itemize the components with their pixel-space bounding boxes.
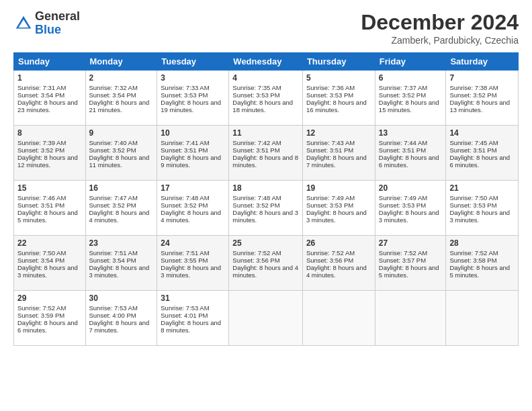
- table-row: 9 Sunrise: 7:40 AM Sunset: 3:52 PM Dayli…: [85, 126, 157, 181]
- logo-blue: Blue: [35, 24, 80, 37]
- col-tuesday: Tuesday: [157, 53, 229, 71]
- table-row: 23 Sunrise: 7:51 AM Sunset: 3:54 PM Dayl…: [85, 236, 157, 291]
- col-friday: Friday: [375, 53, 446, 71]
- table-row: 22 Sunrise: 7:50 AM Sunset: 3:54 PM Dayl…: [14, 236, 86, 291]
- table-row: 15 Sunrise: 7:46 AM Sunset: 3:51 PM Dayl…: [14, 181, 86, 236]
- table-row: 11 Sunrise: 7:42 AM Sunset: 3:51 PM Dayl…: [229, 126, 303, 181]
- logo: General Blue: [13, 10, 80, 37]
- table-row: 28 Sunrise: 7:52 AM Sunset: 3:58 PM Dayl…: [446, 236, 519, 291]
- table-row: 31 Sunrise: 7:53 AM Sunset: 4:01 PM Dayl…: [157, 291, 229, 346]
- title-block: December 2024 Zamberk, Pardubicky, Czech…: [361, 10, 519, 46]
- calendar-week: 22 Sunrise: 7:50 AM Sunset: 3:54 PM Dayl…: [14, 236, 519, 291]
- location: Zamberk, Pardubicky, Czechia: [361, 35, 519, 46]
- table-row: 14 Sunrise: 7:45 AM Sunset: 3:51 PM Dayl…: [446, 126, 519, 181]
- table-row: 29 Sunrise: 7:52 AM Sunset: 3:59 PM Dayl…: [14, 291, 86, 346]
- col-sunday: Sunday: [14, 53, 86, 71]
- header: General Blue December 2024 Zamberk, Pard…: [13, 10, 519, 46]
- empty-cell: [229, 291, 303, 346]
- logo-icon: [13, 13, 34, 34]
- table-row: 30 Sunrise: 7:53 AM Sunset: 4:00 PM Dayl…: [85, 291, 157, 346]
- calendar-week: 1 Sunrise: 7:31 AM Sunset: 3:54 PM Dayli…: [14, 71, 519, 126]
- table-row: 10 Sunrise: 7:41 AM Sunset: 3:51 PM Dayl…: [157, 126, 229, 181]
- calendar-week: 15 Sunrise: 7:46 AM Sunset: 3:51 PM Dayl…: [14, 181, 519, 236]
- table-row: 26 Sunrise: 7:52 AM Sunset: 3:56 PM Dayl…: [302, 236, 375, 291]
- table-row: 7 Sunrise: 7:38 AM Sunset: 3:52 PM Dayli…: [446, 71, 519, 126]
- month-title: December 2024: [361, 10, 519, 35]
- table-row: 24 Sunrise: 7:51 AM Sunset: 3:55 PM Dayl…: [157, 236, 229, 291]
- calendar-week: 8 Sunrise: 7:39 AM Sunset: 3:52 PM Dayli…: [14, 126, 519, 181]
- calendar-header-row: Sunday Monday Tuesday Wednesday Thursday…: [14, 53, 519, 71]
- table-row: 21 Sunrise: 7:50 AM Sunset: 3:53 PM Dayl…: [446, 181, 519, 236]
- col-monday: Monday: [85, 53, 157, 71]
- table-row: 8 Sunrise: 7:39 AM Sunset: 3:52 PM Dayli…: [14, 126, 86, 181]
- table-row: 13 Sunrise: 7:44 AM Sunset: 3:51 PM Dayl…: [375, 126, 446, 181]
- table-row: 3 Sunrise: 7:33 AM Sunset: 3:53 PM Dayli…: [157, 71, 229, 126]
- table-row: 6 Sunrise: 7:37 AM Sunset: 3:52 PM Dayli…: [375, 71, 446, 126]
- table-row: 1 Sunrise: 7:31 AM Sunset: 3:54 PM Dayli…: [14, 71, 86, 126]
- table-row: 20 Sunrise: 7:49 AM Sunset: 3:53 PM Dayl…: [375, 181, 446, 236]
- calendar: Sunday Monday Tuesday Wednesday Thursday…: [13, 52, 519, 346]
- table-row: 5 Sunrise: 7:36 AM Sunset: 3:53 PM Dayli…: [302, 71, 375, 126]
- empty-cell: [375, 291, 446, 346]
- table-row: 18 Sunrise: 7:48 AM Sunset: 3:52 PM Dayl…: [229, 181, 303, 236]
- table-row: 12 Sunrise: 7:43 AM Sunset: 3:51 PM Dayl…: [302, 126, 375, 181]
- table-row: 25 Sunrise: 7:52 AM Sunset: 3:56 PM Dayl…: [229, 236, 303, 291]
- table-row: 17 Sunrise: 7:48 AM Sunset: 3:52 PM Dayl…: [157, 181, 229, 236]
- calendar-week: 29 Sunrise: 7:52 AM Sunset: 3:59 PM Dayl…: [14, 291, 519, 346]
- col-wednesday: Wednesday: [229, 53, 303, 71]
- table-row: 16 Sunrise: 7:47 AM Sunset: 3:52 PM Dayl…: [85, 181, 157, 236]
- logo-general: General: [35, 10, 80, 24]
- table-row: 27 Sunrise: 7:52 AM Sunset: 3:57 PM Dayl…: [375, 236, 446, 291]
- table-row: 4 Sunrise: 7:35 AM Sunset: 3:53 PM Dayli…: [229, 71, 303, 126]
- logo-text: General Blue: [35, 10, 80, 37]
- table-row: 19 Sunrise: 7:49 AM Sunset: 3:53 PM Dayl…: [302, 181, 375, 236]
- col-saturday: Saturday: [446, 53, 519, 71]
- col-thursday: Thursday: [302, 53, 375, 71]
- table-row: 2 Sunrise: 7:32 AM Sunset: 3:54 PM Dayli…: [85, 71, 157, 126]
- empty-cell: [302, 291, 375, 346]
- empty-cell: [446, 291, 519, 346]
